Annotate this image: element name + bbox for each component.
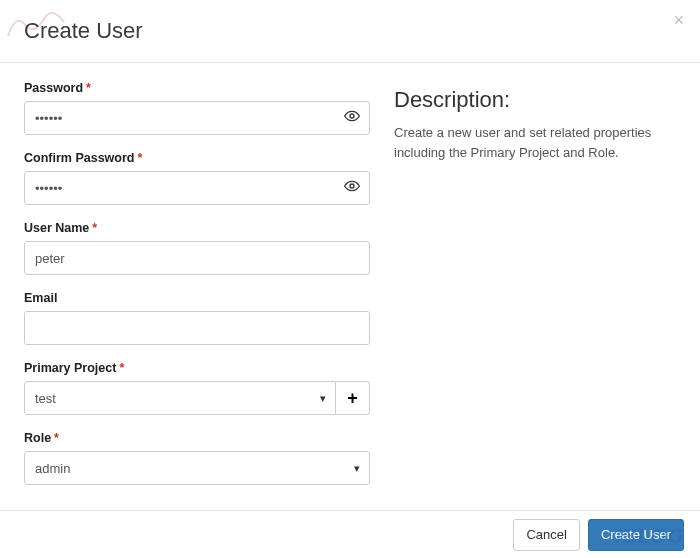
label-text: User Name xyxy=(24,221,89,235)
eye-icon[interactable] xyxy=(344,178,360,198)
user-name-group: User Name* xyxy=(24,221,370,275)
user-name-label: User Name* xyxy=(24,221,370,235)
label-text: Confirm Password xyxy=(24,151,134,165)
password-input[interactable] xyxy=(24,101,370,135)
required-mark: * xyxy=(54,431,59,445)
required-mark: * xyxy=(137,151,142,165)
user-name-input[interactable] xyxy=(24,241,370,275)
label-text: Role xyxy=(24,431,51,445)
role-label: Role* xyxy=(24,431,370,445)
password-group: Password* xyxy=(24,81,370,135)
eye-icon[interactable] xyxy=(344,108,360,128)
primary-project-group: Primary Project* test + xyxy=(24,361,370,415)
required-mark: * xyxy=(86,81,91,95)
close-icon[interactable]: × xyxy=(673,10,684,31)
description-title: Description: xyxy=(394,87,676,113)
svg-point-1 xyxy=(350,184,354,188)
email-label: Email xyxy=(24,291,370,305)
confirm-password-group: Confirm Password* xyxy=(24,151,370,205)
required-mark: * xyxy=(92,221,97,235)
email-group: Email xyxy=(24,291,370,345)
label-text: Primary Project xyxy=(24,361,116,375)
primary-project-select[interactable]: test xyxy=(24,381,336,415)
role-select[interactable]: admin xyxy=(24,451,370,485)
divider xyxy=(0,62,700,63)
email-input[interactable] xyxy=(24,311,370,345)
svg-point-0 xyxy=(350,114,354,118)
confirm-password-label: Confirm Password* xyxy=(24,151,370,165)
required-mark: * xyxy=(119,361,124,375)
primary-project-label: Primary Project* xyxy=(24,361,370,375)
modal-title: Create User xyxy=(24,18,676,44)
confirm-password-input[interactable] xyxy=(24,171,370,205)
description-column: Description: Create a new user and set r… xyxy=(394,81,676,501)
password-label: Password* xyxy=(24,81,370,95)
add-project-button[interactable]: + xyxy=(336,381,370,415)
description-text: Create a new user and set related proper… xyxy=(394,123,676,162)
cancel-button[interactable]: Cancel xyxy=(513,519,579,551)
label-text: Password xyxy=(24,81,83,95)
modal-footer: Cancel Create User IBLOG xyxy=(0,510,700,558)
create-user-modal: × Create User Password* Confirm Password… xyxy=(0,0,700,558)
role-group: Role* admin xyxy=(24,431,370,485)
modal-body: Password* Confirm Password* xyxy=(24,81,676,501)
form-column: Password* Confirm Password* xyxy=(24,81,370,501)
create-user-button[interactable]: Create User xyxy=(588,519,684,551)
